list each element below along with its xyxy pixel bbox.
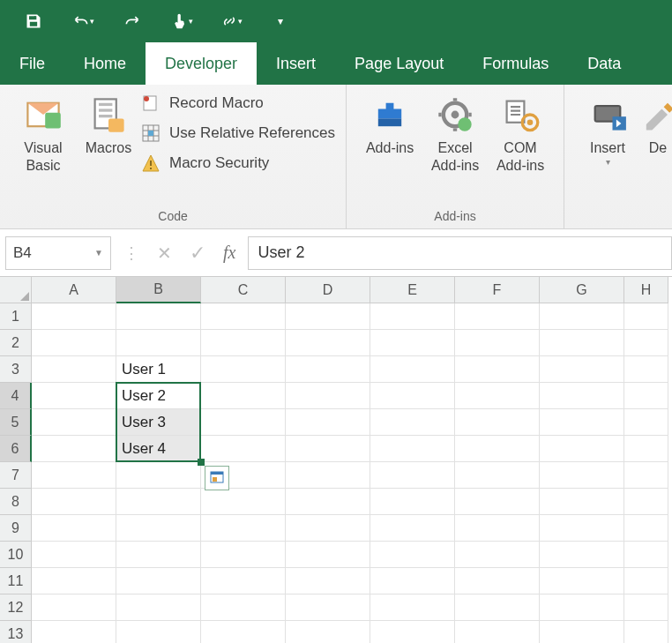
cell-F7[interactable] xyxy=(455,462,540,489)
row-header-7[interactable]: 7 xyxy=(0,462,32,489)
cell-E6[interactable] xyxy=(370,436,455,462)
visual-basic-button[interactable]: Visual Basic xyxy=(11,90,76,175)
cell-C6[interactable] xyxy=(201,436,286,462)
row-header-6[interactable]: 6 xyxy=(0,436,32,462)
cell-G11[interactable] xyxy=(540,568,624,594)
cell-E3[interactable] xyxy=(370,356,455,383)
cell-B1[interactable] xyxy=(116,303,201,330)
cell-B10[interactable] xyxy=(116,542,201,568)
cell-E4[interactable] xyxy=(370,383,455,409)
cell-A5[interactable] xyxy=(32,409,116,436)
name-box[interactable]: B4 ▼ xyxy=(5,236,111,270)
excel-addins-button[interactable]: Excel Add-ins xyxy=(422,90,488,175)
cell-B12[interactable] xyxy=(116,594,201,621)
cell-D7[interactable] xyxy=(286,462,370,489)
macro-security-button[interactable]: Macro Security xyxy=(141,153,335,173)
cell-E10[interactable] xyxy=(370,542,455,568)
tab-file[interactable]: File xyxy=(0,42,64,85)
cell-A13[interactable] xyxy=(32,621,116,643)
cell-G12[interactable] xyxy=(540,594,624,621)
row-header-9[interactable]: 9 xyxy=(0,515,32,542)
com-addins-button[interactable]: COM Add-ins xyxy=(488,90,553,175)
row-header-4[interactable]: 4 xyxy=(0,383,32,409)
row-header-10[interactable]: 10 xyxy=(0,542,32,568)
cell-D9[interactable] xyxy=(286,515,370,542)
cell-H3[interactable] xyxy=(624,356,668,383)
cell-A1[interactable] xyxy=(32,303,116,330)
cell-B8[interactable] xyxy=(116,489,201,515)
cell-B4[interactable]: User 2 xyxy=(116,383,201,409)
customize-qat-button[interactable]: ▾ xyxy=(258,0,303,42)
cell-G4[interactable] xyxy=(540,383,624,409)
cell-H11[interactable] xyxy=(624,568,668,594)
cell-G1[interactable] xyxy=(540,303,624,330)
row-header-13[interactable]: 13 xyxy=(0,621,32,643)
cell-D3[interactable] xyxy=(286,356,370,383)
cell-G6[interactable] xyxy=(540,436,624,462)
cell-A4[interactable] xyxy=(32,383,116,409)
design-mode-button[interactable]: De xyxy=(640,90,672,157)
column-header-F[interactable]: F xyxy=(455,277,540,303)
cell-D8[interactable] xyxy=(286,489,370,515)
autofill-options-button[interactable] xyxy=(205,466,229,490)
row-header-12[interactable]: 12 xyxy=(0,594,32,621)
cell-C2[interactable] xyxy=(201,330,286,356)
tab-formulas[interactable]: Formulas xyxy=(463,42,568,85)
cell-A10[interactable] xyxy=(32,542,116,568)
cell-G13[interactable] xyxy=(540,621,624,643)
cell-H7[interactable] xyxy=(624,462,668,489)
record-macro-button[interactable]: Record Macro xyxy=(141,93,335,113)
cell-H6[interactable] xyxy=(624,436,668,462)
cell-A12[interactable] xyxy=(32,594,116,621)
insert-control-button[interactable]: Insert ▾ xyxy=(575,90,640,168)
cell-C11[interactable] xyxy=(201,568,286,594)
cell-D13[interactable] xyxy=(286,621,370,643)
cell-A6[interactable] xyxy=(32,436,116,462)
cell-C10[interactable] xyxy=(201,542,286,568)
cell-C9[interactable] xyxy=(201,515,286,542)
cell-C4[interactable] xyxy=(201,383,286,409)
cell-D10[interactable] xyxy=(286,542,370,568)
cell-H8[interactable] xyxy=(624,489,668,515)
cell-F2[interactable] xyxy=(455,330,540,356)
cell-F13[interactable] xyxy=(455,621,540,643)
cell-H5[interactable] xyxy=(624,409,668,436)
cell-E12[interactable] xyxy=(370,594,455,621)
use-relative-references-button[interactable]: Use Relative References xyxy=(141,123,335,143)
cell-F6[interactable] xyxy=(455,436,540,462)
cell-D6[interactable] xyxy=(286,436,370,462)
cell-G2[interactable] xyxy=(540,330,624,356)
cell-B13[interactable] xyxy=(116,621,201,643)
column-header-H[interactable]: H xyxy=(624,277,668,303)
cell-F8[interactable] xyxy=(455,489,540,515)
macros-button[interactable]: Macros xyxy=(76,90,141,157)
cell-H4[interactable] xyxy=(624,383,668,409)
link-button[interactable]: ▾ xyxy=(208,0,254,42)
touch-mode-button[interactable]: ▾ xyxy=(159,0,205,42)
row-header-5[interactable]: 5 xyxy=(0,409,32,436)
cell-E8[interactable] xyxy=(370,489,455,515)
column-header-B[interactable]: B xyxy=(116,277,201,303)
tab-home[interactable]: Home xyxy=(64,42,146,85)
cell-F3[interactable] xyxy=(455,356,540,383)
column-header-D[interactable]: D xyxy=(286,277,370,303)
column-header-E[interactable]: E xyxy=(370,277,455,303)
cell-G5[interactable] xyxy=(540,409,624,436)
cell-B7[interactable] xyxy=(116,462,201,489)
cell-F9[interactable] xyxy=(455,515,540,542)
cell-C8[interactable] xyxy=(201,489,286,515)
cell-C1[interactable] xyxy=(201,303,286,330)
column-header-A[interactable]: A xyxy=(32,277,116,303)
cell-H9[interactable] xyxy=(624,515,668,542)
cell-H12[interactable] xyxy=(624,594,668,621)
row-header-11[interactable]: 11 xyxy=(0,568,32,594)
cell-H1[interactable] xyxy=(624,303,668,330)
cell-F4[interactable] xyxy=(455,383,540,409)
cell-B11[interactable] xyxy=(116,568,201,594)
column-header-C[interactable]: C xyxy=(201,277,286,303)
cell-H2[interactable] xyxy=(624,330,668,356)
tab-insert[interactable]: Insert xyxy=(257,42,335,85)
cell-B2[interactable] xyxy=(116,330,201,356)
cell-D4[interactable] xyxy=(286,383,370,409)
cell-E5[interactable] xyxy=(370,409,455,436)
